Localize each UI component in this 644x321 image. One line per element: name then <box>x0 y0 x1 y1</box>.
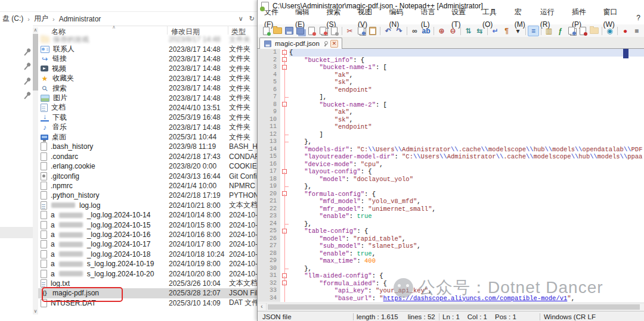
zoom-in-icon[interactable]: ⊕ <box>436 26 447 36</box>
code-line[interactable]: 10 "sk", <box>258 116 644 124</box>
code-line[interactable]: 25- "table-config": { <box>258 227 644 235</box>
file-row[interactable]: 桌面2025/3/1 10:44文件夹 <box>38 132 257 142</box>
breadcrumb-segment-drive[interactable]: 盘 (C:) <box>1 14 24 24</box>
file-row[interactable]: ⚲搜索2023/8/17 14:48文件夹 <box>38 83 257 93</box>
fold-collapse-icon[interactable]: - <box>282 102 287 107</box>
fold-margin[interactable]: - <box>280 101 289 109</box>
address-dropdown-icon[interactable]: ∨ <box>239 15 243 23</box>
code-line[interactable]: 8- "bucket-name-2": [ <box>258 101 644 109</box>
code-line[interactable]: 26 "model": "rapid_table", <box>258 235 644 243</box>
word-wrap-icon[interactable]: ↵ <box>490 26 501 36</box>
code-line[interactable]: 30 }, <box>258 265 644 273</box>
file-row[interactable]: .erlang.cookie2023/8/20 0:00COOKIE 文 <box>38 161 257 171</box>
show-all-chars-icon[interactable]: ¶ <box>501 26 512 36</box>
file-row[interactable]: log.txt2025/3/26 10:04文本文档 <box>38 279 257 288</box>
code-line[interactable]: 1-{ <box>258 49 644 57</box>
code-line[interactable]: 16 "device-mode": "cpu", <box>258 161 644 169</box>
folder-workspace-icon[interactable] <box>589 26 600 36</box>
doc-map-icon[interactable]: ▥ <box>543 26 555 36</box>
file-row[interactable]: .gitconfig2024/3/13 16:44Git Config <box>38 171 257 180</box>
zoom-out-icon[interactable]: ⊖ <box>447 26 459 36</box>
copy-icon[interactable] <box>355 26 367 36</box>
open-file-icon[interactable] <box>272 26 283 36</box>
code-line[interactable]: 19 }, <box>258 183 644 191</box>
file-row[interactable]: NTUSER.DAT2025/3/10 14:09DAT 文件 <box>38 298 257 308</box>
cut-icon[interactable]: ✂ <box>344 26 355 36</box>
file-row[interactable]: a_log.log.2024-10-162024/10/16 8:002024-… <box>38 230 257 239</box>
save-icon[interactable] <box>283 26 295 36</box>
code-line[interactable]: 5 "sk", <box>258 79 644 86</box>
code-line[interactable]: 12 ] <box>258 131 644 139</box>
code-line[interactable]: 7 ], <box>258 94 644 101</box>
code-line[interactable]: 28 "enable": true, <box>258 250 644 258</box>
code-line[interactable]: 18 "model": "doclayout_yolo" <box>258 176 644 183</box>
file-row[interactable]: {}magic-pdf.json2025/3/28 12:07JSON File <box>38 288 257 298</box>
paste-icon[interactable] <box>367 26 378 36</box>
file-row[interactable]: .npmrc2024/1/4 10:00NPMRC 文 <box>38 181 257 191</box>
toolbar-dropdown-icon[interactable]: ▾ <box>512 26 524 36</box>
file-row[interactable]: 文档2024/4/10 13:51文件夹 <box>38 103 257 113</box>
fold-collapse-icon[interactable]: - <box>282 229 287 233</box>
fold-collapse-icon[interactable]: - <box>282 50 287 55</box>
refresh-icon[interactable]: ↻ <box>249 15 255 23</box>
file-row[interactable]: 联系人2023/8/17 14:48文件夹 <box>38 44 257 54</box>
horizontal-scrollbar[interactable]: ‹ <box>258 303 644 311</box>
file-row[interactable]: ↪链接2023/8/17 14:48文件夹 <box>38 54 257 64</box>
sync-horizontal-icon[interactable]: ⇆ <box>474 26 485 36</box>
close-all-icon[interactable] <box>317 26 329 36</box>
file-row[interactable]: a_log.log.2024-10-152024/10/15 8:002024-… <box>38 220 257 229</box>
fold-margin[interactable]: - <box>280 227 289 235</box>
fold-collapse-icon[interactable]: - <box>282 65 287 70</box>
scrollbar-up-icon[interactable]: ∧ <box>33 27 38 33</box>
fold-margin[interactable]: - <box>280 191 289 198</box>
monitoring-icon[interactable]: ◉ <box>604 26 615 36</box>
file-row[interactable]: ♪音乐2023/8/17 14:48文件夹 <box>38 123 257 132</box>
close-icon[interactable] <box>306 26 317 36</box>
function-list-icon[interactable]: ƒ <box>555 26 566 36</box>
pin-tab-icon[interactable] <box>323 41 327 46</box>
code-line[interactable]: 29 "max_time": 400 <box>258 257 644 265</box>
fold-collapse-icon[interactable]: - <box>282 169 287 174</box>
hscroll-thumb[interactable] <box>268 304 640 310</box>
file-row[interactable]: a_log.log.2024-10-172024/10/17 8:002024-… <box>38 239 257 249</box>
file-row[interactable]: a_log.log.2024-10-182024/10/18 10:242024… <box>38 250 257 259</box>
code-line[interactable]: 11 "endpoint" <box>258 123 644 131</box>
file-row[interactable]: .python_history2024/2/18 17:19PYTHON_ <box>38 191 257 200</box>
code-line[interactable]: 3- "bucket-name-1": [ <box>258 64 644 71</box>
new-file-icon[interactable] <box>261 26 272 36</box>
code-line[interactable]: 17- "layout-config": { <box>258 168 644 176</box>
code-line[interactable]: 21 "mfd_model": "yolo_v8_mfd", <box>258 198 644 205</box>
tab-magic-pdf-json[interactable]: magic-pdf.json ✕ <box>259 38 342 49</box>
hscroll-left-icon[interactable]: ‹ <box>258 303 267 310</box>
macro-stop-icon[interactable]: ■ <box>631 26 642 36</box>
fold-margin[interactable]: - <box>280 272 289 280</box>
fold-margin[interactable]: - <box>280 57 289 64</box>
code-line[interactable]: 20- "formula-config": { <box>258 191 644 198</box>
file-row[interactable]: ↓下载2025/3/19 16:48文件夹 <box>38 113 257 122</box>
code-editor[interactable]: 1-{2- "bucket_info": {3- "bucket-name-1"… <box>258 49 644 303</box>
file-row[interactable]: .condarc2024/2/18 17:43CONDARC <box>38 152 257 161</box>
code-line[interactable]: 6 "endpoint" <box>258 86 644 94</box>
file-row[interactable]: 图片2023/8/17 14:48文件夹 <box>38 93 257 102</box>
menu-item[interactable]: ? <box>632 12 644 24</box>
fold-margin[interactable]: - <box>280 280 289 288</box>
code-line[interactable]: 27 "sub_model": "slanet_plus", <box>258 242 644 250</box>
scrollbar-down-icon[interactable]: ∨ <box>33 308 38 314</box>
fold-margin[interactable]: - <box>280 168 289 176</box>
undo-icon[interactable]: ↶ <box>382 26 394 36</box>
code-line[interactable]: 33 "api_key": "your_api_key", <box>258 287 644 295</box>
file-row[interactable]: .bash_history2023/9/8 11:19BASH_HIS <box>38 142 257 151</box>
code-line[interactable]: 31- "llm-aided-config": { <box>258 272 644 280</box>
sync-vertical-icon[interactable]: ⇅ <box>463 26 474 36</box>
file-row[interactable]: a_log.log.2024-10-142024/10/14 8:002024-… <box>38 210 257 220</box>
code-line[interactable]: 32- "formula_aided": { <box>258 280 644 288</box>
fold-margin[interactable]: - <box>280 49 289 57</box>
code-line[interactable]: 2- "bucket_info": { <box>258 57 644 64</box>
breadcrumb-segment-administrator[interactable]: Administrator <box>58 15 103 23</box>
code-line[interactable]: 24 }, <box>258 220 644 228</box>
print-icon[interactable] <box>329 26 340 36</box>
fold-collapse-icon[interactable]: - <box>282 191 287 196</box>
redo-icon[interactable]: ↷ <box>394 26 405 36</box>
explorer-scrollbar[interactable]: ∧ ∨ <box>33 27 38 314</box>
fold-collapse-icon[interactable]: - <box>282 57 287 62</box>
